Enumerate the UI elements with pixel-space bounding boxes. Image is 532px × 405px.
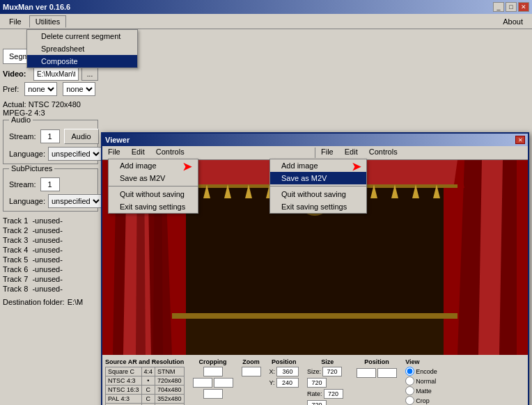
- size-label: Size: [307, 358, 348, 365]
- cropping-group: Cropping: [193, 358, 233, 399]
- red-arrow-1: ➤: [182, 160, 191, 173]
- sub-language-label: Language:: [9, 197, 45, 205]
- pref-select-1[interactable]: none: [24, 82, 57, 96]
- y-label: Y:: [269, 379, 275, 386]
- size-h-input[interactable]: [307, 378, 327, 388]
- rate-h-input[interactable]: [307, 400, 327, 405]
- source-label: Source AR and Resolution: [105, 358, 185, 365]
- sub-language-select[interactable]: unspecified: [48, 194, 101, 208]
- pos2-input[interactable]: [357, 368, 376, 378]
- crop-right-input[interactable]: [214, 378, 233, 388]
- pref-select-2[interactable]: none: [63, 82, 95, 96]
- destination-label: Destination folder:: [3, 298, 65, 306]
- audio-section-label: Audio: [9, 116, 33, 124]
- audio-language-row: Language: unspecified: [9, 147, 92, 161]
- pref-label: Pref:: [3, 85, 19, 93]
- normal-radio[interactable]: [405, 376, 414, 386]
- left-panel: Segment_1 New Rename Video: ... Pref: no…: [0, 43, 101, 405]
- viewer-menu-right: File Edit Controls: [315, 146, 528, 159]
- encode-radio[interactable]: [405, 367, 414, 376]
- matte-radio[interactable]: [405, 386, 414, 395]
- subpictures-label: SubPictures: [9, 164, 54, 173]
- menu-bar: File Utilities About: [0, 14, 532, 29]
- position-label: Position: [269, 358, 299, 365]
- sub-stream-row: Stream: 1 Sub: [9, 177, 92, 191]
- sub-stream-input[interactable]: 1: [40, 177, 60, 191]
- pos2-input2[interactable]: [377, 368, 397, 378]
- menu-file[interactable]: File: [3, 15, 28, 28]
- matte-radio-label: Matte: [405, 386, 437, 395]
- list-item: Track 6 -unused-: [3, 264, 98, 274]
- viewer-close-button[interactable]: ✕: [515, 136, 525, 144]
- video-path-input[interactable]: [33, 67, 79, 81]
- view-label: View: [405, 358, 437, 365]
- position-group: Position X: Y:: [269, 358, 299, 388]
- browse-button[interactable]: ...: [81, 67, 98, 81]
- rate-label: Rate:: [307, 390, 322, 397]
- matte-label: Matte: [416, 388, 432, 395]
- crop-radio-label: Crop: [405, 396, 437, 405]
- crop-left-input[interactable]: [193, 378, 212, 388]
- crop-top-input[interactable]: [203, 367, 223, 376]
- list-item: Track 8 -unused-: [3, 284, 98, 294]
- size-w-input[interactable]: [322, 367, 342, 376]
- maximize-button[interactable]: □: [506, 2, 517, 12]
- viewer-edit-left[interactable]: Edit: [126, 146, 150, 159]
- viewer-window: Viewer ✕ File Edit Controls File Edit Co…: [101, 132, 529, 405]
- list-item: Track 1 -unused-: [3, 216, 98, 225]
- viewer-menu-left: File Edit Controls: [102, 146, 315, 159]
- app-title: MuxMan ver 0.16.6: [3, 3, 70, 11]
- audio-section: Audio Stream: 1 Audio Language: unspecif…: [3, 120, 98, 164]
- pos-x-input[interactable]: [276, 367, 299, 376]
- view-group: View Encode Normal Matte: [405, 358, 437, 405]
- normal-label: Normal: [416, 378, 436, 385]
- tracks-area: Track 1 -unused- Track 2 -unused- Track …: [3, 216, 98, 294]
- pos-y-input[interactable]: [276, 378, 299, 388]
- actual-info: Actual: NTSC 720x480 MPEG-2 4:3: [3, 100, 98, 117]
- encode-label: Encode: [416, 368, 437, 375]
- viewer-file-right[interactable]: File: [315, 146, 339, 159]
- viewer-controls-left[interactable]: Controls: [150, 146, 190, 159]
- viewer-title: Viewer: [105, 136, 130, 144]
- audio-stream-label: Stream:: [9, 132, 36, 141]
- view-radio-group: Encode Normal Matte Crop: [405, 367, 437, 405]
- ctx-right-quit-no-save[interactable]: Quit without saving: [270, 188, 366, 200]
- audio-button[interactable]: Audio: [64, 129, 99, 144]
- rate-w-input[interactable]: [324, 389, 343, 399]
- menu-utilities[interactable]: Utilities: [29, 15, 66, 28]
- ctx-left-save-m2v[interactable]: Save as M2V: [109, 172, 198, 184]
- ctx-right-exit-save[interactable]: Exit saving settings: [270, 200, 366, 213]
- menu-bar-left: File Utilities: [3, 15, 66, 28]
- window-controls: _ □ ✕: [493, 2, 529, 12]
- viewer-edit-right[interactable]: Edit: [339, 146, 363, 159]
- menu-about[interactable]: About: [496, 15, 529, 28]
- audio-language-label: Language:: [9, 150, 45, 158]
- video-label: Video:: [3, 70, 31, 78]
- viewer-stats-area: Source AR and Resolution Square C 4:4 ST…: [102, 355, 528, 405]
- audio-language-select[interactable]: unspecified: [48, 147, 101, 161]
- ctx-left-quit-no-save[interactable]: Quit without saving: [109, 188, 198, 200]
- viewer-controls-right[interactable]: Controls: [363, 146, 403, 159]
- crop-radio[interactable]: [405, 396, 414, 405]
- video-row: Video: ...: [3, 67, 98, 81]
- subpictures-section: SubPictures Stream: 1 Sub Language: unsp…: [3, 168, 98, 212]
- crop-bottom-input[interactable]: [203, 389, 223, 399]
- pref-row: Pref: none none Force: [3, 82, 98, 96]
- utilities-spreadsheet[interactable]: Spreadsheet: [27, 42, 137, 55]
- utilities-delete-segment[interactable]: Delete current segment: [27, 30, 137, 42]
- close-button[interactable]: ✕: [518, 2, 529, 12]
- normal-radio-label: Normal: [405, 376, 437, 386]
- minimize-button[interactable]: _: [493, 2, 504, 12]
- red-arrow-2: ➤: [352, 160, 361, 173]
- utilities-composite[interactable]: Composite: [27, 55, 137, 68]
- zoom-group: Zoom: [242, 358, 261, 376]
- sub-language-row: Language: unspecified: [9, 194, 92, 208]
- viewer-file-left[interactable]: File: [102, 146, 126, 159]
- viewer-menu-bar: File Edit Controls File Edit Controls: [102, 146, 528, 160]
- ctx-right-save-m2v[interactable]: Save as M2V: [270, 172, 366, 184]
- cropping-label: Cropping: [193, 358, 233, 365]
- list-item: Track 2 -unused-: [3, 225, 98, 235]
- audio-stream-input[interactable]: 1: [40, 129, 60, 143]
- zoom-input[interactable]: [242, 367, 261, 376]
- ctx-left-exit-save[interactable]: Exit saving settings: [109, 200, 198, 213]
